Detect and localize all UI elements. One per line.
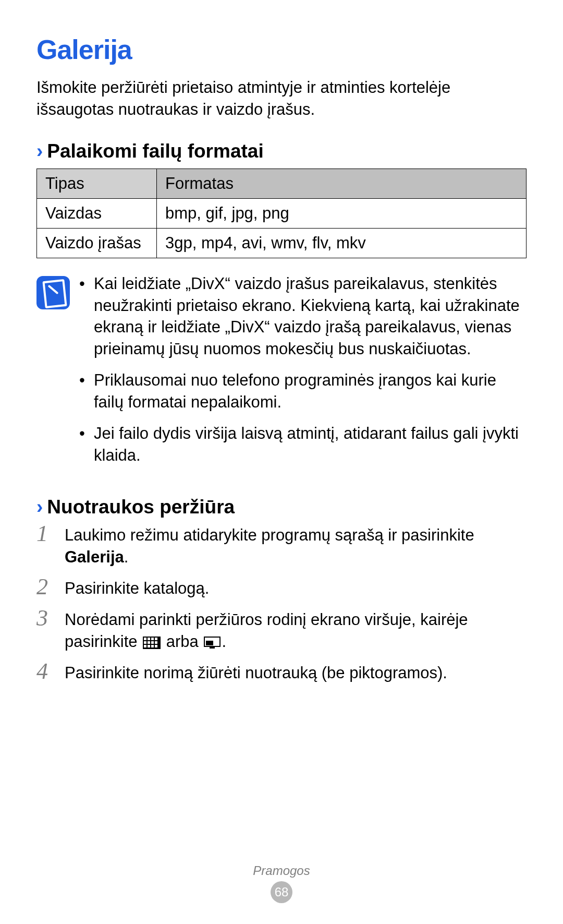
- step-text: Pasirinkite katalogą.: [65, 578, 527, 599]
- step-item: 2 Pasirinkite katalogą.: [36, 578, 527, 599]
- section-supported-formats: › Palaikomi failų formatai: [36, 140, 527, 162]
- section-title: Nuotraukos peržiūra: [47, 496, 235, 518]
- chevron-icon: ›: [36, 496, 43, 518]
- note-list: Kai leidžiate „DivX“ vaizdo įrašus parei…: [79, 273, 527, 476]
- table-row: Vaizdo įrašas 3gp, mp4, avi, wmv, flv, m…: [37, 228, 527, 258]
- svg-rect-12: [155, 645, 157, 647]
- section-photo-view: › Nuotraukos peržiūra: [36, 496, 527, 518]
- note-block: Kai leidžiate „DivX“ vaizdo įrašus parei…: [36, 273, 527, 476]
- note-item: Kai leidžiate „DivX“ vaizdo įrašus parei…: [79, 273, 527, 360]
- table-header-row: Tipas Formatas: [37, 169, 527, 198]
- step-text: Norėdami parinkti peržiūros rodinį ekran…: [65, 609, 527, 653]
- svg-rect-11: [151, 645, 154, 647]
- step-text: Laukimo režimu atidarykite programų sąra…: [65, 524, 527, 568]
- monitor-icon: [204, 637, 221, 649]
- table-cell: 3gp, mp4, avi, wmv, flv, mkv: [157, 228, 527, 258]
- svg-rect-5: [144, 641, 146, 644]
- step-number: 4: [36, 660, 54, 684]
- svg-rect-15: [210, 647, 215, 649]
- table-row: Vaizdas bmp, gif, jpg, png: [37, 198, 527, 228]
- table-cell: Vaizdo įrašas: [37, 228, 157, 258]
- page-title: Galerija: [36, 34, 527, 65]
- table-header-type: Tipas: [37, 169, 157, 198]
- grid-view-icon: [143, 637, 161, 649]
- step-number: 2: [36, 575, 54, 599]
- svg-rect-4: [155, 638, 157, 640]
- step-text: Pasirinkite norimą žiūrėti nuotrauką (be…: [65, 662, 527, 684]
- chevron-icon: ›: [36, 140, 43, 162]
- svg-rect-6: [148, 641, 150, 644]
- step-item: 3 Norėdami parinkti peržiūros rodinį ekr…: [36, 609, 527, 653]
- svg-rect-1: [144, 638, 146, 640]
- table-header-format: Formatas: [157, 169, 527, 198]
- svg-rect-10: [148, 645, 150, 647]
- svg-rect-7: [151, 641, 154, 644]
- formats-table: Tipas Formatas Vaizdas bmp, gif, jpg, pn…: [36, 169, 527, 258]
- step-number: 1: [36, 522, 54, 568]
- page-number-wrap: 68: [0, 881, 563, 903]
- table-cell: bmp, gif, jpg, png: [157, 198, 527, 228]
- note-item: Priklausomai nuo telefono programinės įr…: [79, 369, 527, 413]
- steps-list: 1 Laukimo režimu atidarykite programų są…: [36, 524, 527, 683]
- page-number: 68: [271, 881, 292, 903]
- page-footer: Pramogos 68: [0, 863, 563, 903]
- footer-section: Pramogos: [0, 863, 563, 878]
- note-icon: [36, 276, 70, 309]
- svg-rect-8: [155, 641, 157, 644]
- svg-rect-14: [206, 641, 213, 645]
- step-item: 1 Laukimo režimu atidarykite programų są…: [36, 524, 527, 568]
- section-title: Palaikomi failų formatai: [47, 140, 263, 162]
- svg-rect-9: [144, 645, 146, 647]
- svg-rect-2: [148, 638, 150, 640]
- step-number: 3: [36, 607, 54, 653]
- intro-text: Išmokite peržiūrėti prietaiso atmintyje …: [36, 77, 527, 121]
- note-item: Jei failo dydis viršija laisvą atmintį, …: [79, 423, 527, 466]
- step-item: 4 Pasirinkite norimą žiūrėti nuotrauką (…: [36, 662, 527, 684]
- table-cell: Vaizdas: [37, 198, 157, 228]
- svg-rect-3: [151, 638, 154, 640]
